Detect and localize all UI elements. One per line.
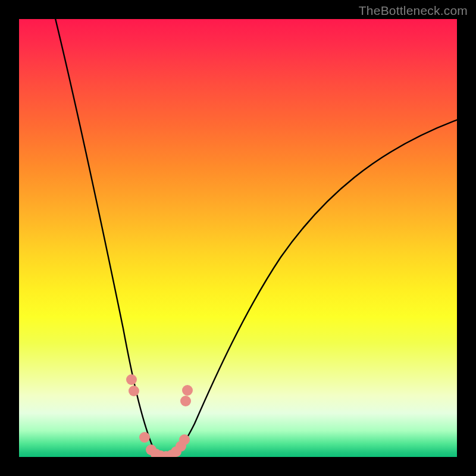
left-curve xyxy=(55,19,165,457)
right-curve xyxy=(168,119,457,457)
plot-area xyxy=(19,19,457,457)
marker-group xyxy=(126,374,193,457)
marker xyxy=(139,432,150,443)
marker xyxy=(126,374,137,385)
chart-frame: TheBottleneck.com xyxy=(0,0,476,476)
marker xyxy=(182,385,193,396)
watermark-text: TheBottleneck.com xyxy=(359,4,468,18)
marker xyxy=(180,396,191,406)
marker xyxy=(129,386,139,396)
marker xyxy=(179,434,190,445)
curve-layer xyxy=(19,19,457,457)
